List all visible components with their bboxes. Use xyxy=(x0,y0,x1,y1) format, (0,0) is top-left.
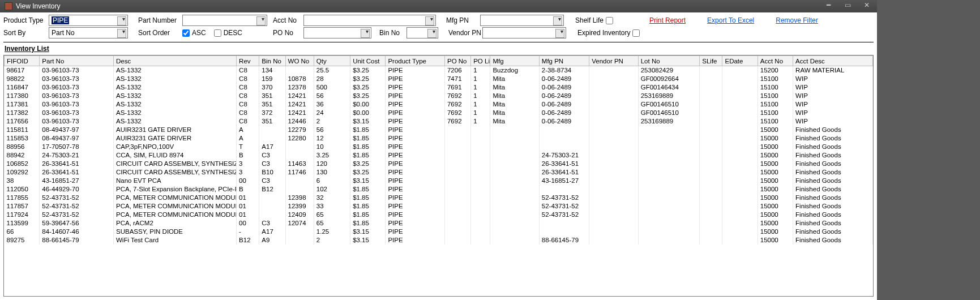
table-row[interactable]: 9882203-96103-73AS-1332C81591087828$3.25… xyxy=(5,75,873,83)
cell[interactable] xyxy=(471,126,490,134)
table-row[interactable]: 6684-14607-46SUBASSY, PIN DIODE-A171.25$… xyxy=(5,228,873,236)
cell[interactable]: 03-96103-73 xyxy=(40,83,114,92)
cell[interactable] xyxy=(589,109,638,117)
cell[interactable]: 12378 xyxy=(285,83,314,92)
cell[interactable]: 15100 xyxy=(758,75,793,83)
cell[interactable]: B xyxy=(237,151,259,160)
cell[interactable] xyxy=(259,134,285,143)
cell[interactable]: 113599 xyxy=(5,219,40,228)
cell[interactable]: 7692 xyxy=(444,109,470,117)
cell[interactable]: A xyxy=(237,126,259,134)
cell[interactable]: CAP,3pF,NPO,100V xyxy=(113,143,236,151)
cell[interactable]: 43-16851-27 xyxy=(40,177,114,185)
cell[interactable] xyxy=(700,228,722,236)
cell[interactable] xyxy=(589,194,638,202)
table-row[interactable]: 11792452-43731-52PCA, METER COMMUNICATIO… xyxy=(5,211,873,219)
cell[interactable]: 15000 xyxy=(758,134,793,143)
cell[interactable]: 52-43731-52 xyxy=(539,202,589,211)
cell[interactable]: 2 xyxy=(314,117,350,126)
cell[interactable]: PIPE xyxy=(386,66,445,75)
cell[interactable]: 52-43731-52 xyxy=(539,194,589,202)
cell[interactable]: Finished Goods xyxy=(793,143,873,151)
cell[interactable] xyxy=(722,177,758,185)
cell[interactable]: Finished Goods xyxy=(793,134,873,143)
column-header[interactable]: Unit Cost xyxy=(350,56,386,66)
cell[interactable]: 15100 xyxy=(758,92,793,100)
cell[interactable]: 15100 xyxy=(758,109,793,117)
cell[interactable]: 106852 xyxy=(5,160,40,168)
cell[interactable]: 15000 xyxy=(758,219,793,228)
cell[interactable]: CIRCUIT CARD ASSEMBLY, SYNTHESIZER, CV2 xyxy=(113,168,236,177)
cell[interactable]: 26-33641-51 xyxy=(539,160,589,168)
cell[interactable]: 52-43731-52 xyxy=(40,194,114,202)
cell[interactable] xyxy=(490,177,539,185)
cell[interactable] xyxy=(722,134,758,143)
cell[interactable]: 11746 xyxy=(285,168,314,177)
cell[interactable]: PCA, 7-Slot Expansion Backplane, PCIe-PC… xyxy=(113,185,236,194)
cell[interactable]: 6 xyxy=(314,177,350,185)
cell[interactable]: WIP xyxy=(793,109,873,117)
cell[interactable]: 15100 xyxy=(758,117,793,126)
cell[interactable] xyxy=(589,134,638,143)
cell[interactable]: $0.00 xyxy=(350,100,386,109)
cell[interactable]: $0.00 xyxy=(350,109,386,117)
cell[interactable]: 33 xyxy=(314,202,350,211)
cell[interactable]: $1.85 xyxy=(350,202,386,211)
cell[interactable]: 12280 xyxy=(285,134,314,143)
cell[interactable]: Finished Goods xyxy=(793,194,873,202)
close-button[interactable]: ✕ xyxy=(859,0,875,10)
cell[interactable]: WIP xyxy=(793,83,873,92)
cell[interactable] xyxy=(471,194,490,202)
titlebar[interactable]: View Inventory ━ ▭ ✕ xyxy=(0,0,877,12)
column-header[interactable]: Desc xyxy=(113,56,236,66)
cell[interactable]: A xyxy=(237,134,259,143)
table-row[interactable]: 10685226-33641-51CIRCUIT CARD ASSEMBLY, … xyxy=(5,160,873,168)
cell[interactable] xyxy=(490,194,539,202)
cell[interactable]: 12421 xyxy=(285,92,314,100)
cell[interactable]: Finished Goods xyxy=(793,236,873,245)
cell[interactable]: WIP xyxy=(793,75,873,83)
cell[interactable]: 12 xyxy=(314,134,350,143)
cell[interactable]: 15000 xyxy=(758,202,793,211)
cell[interactable] xyxy=(471,185,490,194)
cell[interactable]: 0-06-2489 xyxy=(539,117,589,126)
cell[interactable]: B12 xyxy=(259,185,285,194)
table-row[interactable]: 11359959-39647-56PCA, rACM200C31207465$1… xyxy=(5,219,873,228)
cell[interactable]: PIPE xyxy=(386,194,445,202)
table-row[interactable]: 8894224-75303-21CCA, SIM, FLUID 8974BC33… xyxy=(5,151,873,160)
cell[interactable] xyxy=(285,177,314,185)
acct-no-combo[interactable] xyxy=(303,15,436,26)
cell[interactable]: PIPE xyxy=(386,117,445,126)
column-header[interactable]: WO No xyxy=(285,56,314,66)
cell[interactable] xyxy=(722,160,758,168)
cell[interactable]: C3 xyxy=(259,160,285,168)
table-row[interactable]: 8895617-70507-78CAP,3pF,NPO,100VTA1710$1… xyxy=(5,143,873,151)
cell[interactable]: 115811 xyxy=(5,126,40,134)
cell[interactable] xyxy=(490,143,539,151)
cell[interactable] xyxy=(700,194,722,202)
cell[interactable]: 36 xyxy=(314,100,350,109)
cell[interactable]: 56 xyxy=(314,126,350,134)
cell[interactable]: 12446 xyxy=(285,117,314,126)
cell[interactable] xyxy=(444,185,470,194)
cell[interactable]: PIPE xyxy=(386,202,445,211)
cell[interactable]: 08-49437-97 xyxy=(40,126,114,134)
cell[interactable] xyxy=(471,177,490,185)
cell[interactable]: Mita xyxy=(490,75,539,83)
cell[interactable] xyxy=(490,211,539,219)
cell[interactable]: 66 xyxy=(5,228,40,236)
cell[interactable] xyxy=(444,228,470,236)
cell[interactable]: C8 xyxy=(237,92,259,100)
export-excel-link[interactable]: Export To Excel xyxy=(707,16,754,24)
cell[interactable]: 7206 xyxy=(444,66,470,75)
cell[interactable]: AS-1332 xyxy=(113,75,236,83)
column-header[interactable]: EDate xyxy=(722,56,758,66)
sort-by-combo[interactable]: Part No xyxy=(49,27,128,38)
bin-no-combo[interactable] xyxy=(406,27,438,38)
cell[interactable]: 117857 xyxy=(5,202,40,211)
cell[interactable] xyxy=(700,117,722,126)
part-number-combo[interactable] xyxy=(182,15,267,26)
cell[interactable] xyxy=(638,236,700,245)
inventory-grid[interactable]: FIFOIDPart NoDescRevBin NoWO NoQtyUnit C… xyxy=(3,55,874,297)
cell[interactable]: PIPE xyxy=(386,109,445,117)
